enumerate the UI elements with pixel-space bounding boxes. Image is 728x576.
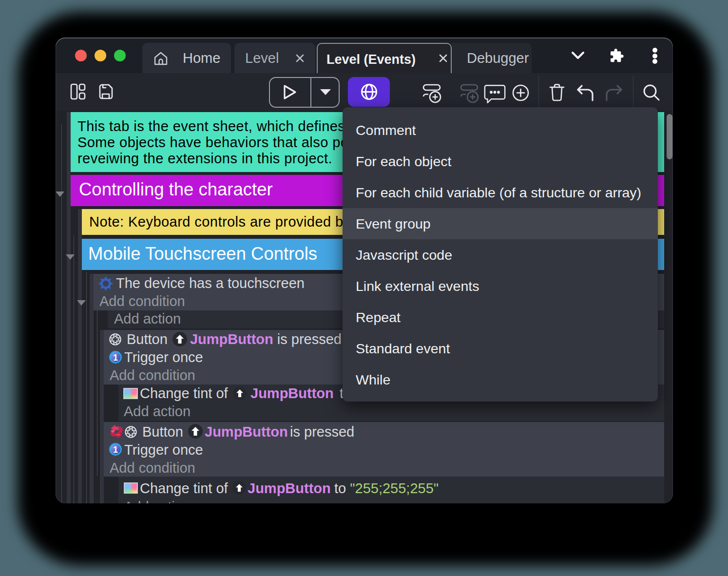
svg-text:1: 1 — [113, 445, 118, 455]
svg-text:1: 1 — [113, 353, 118, 363]
